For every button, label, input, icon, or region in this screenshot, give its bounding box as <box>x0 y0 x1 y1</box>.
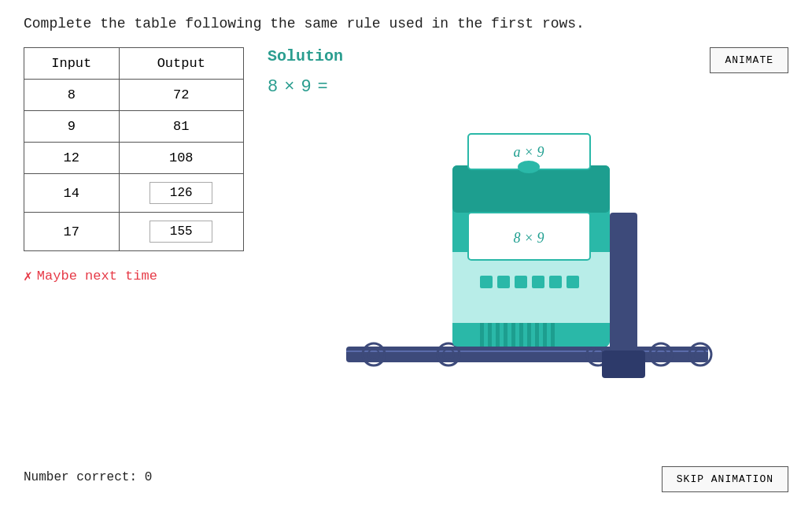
svg-rect-34 <box>543 323 547 347</box>
svg-rect-33 <box>535 323 539 347</box>
eq-equals: = <box>318 77 328 97</box>
svg-rect-38 <box>602 362 645 378</box>
feedback-message: ✗ Maybe next time <box>24 267 244 284</box>
svg-text:a × 9: a × 9 <box>513 144 544 160</box>
svg-text:8 × 9: 8 × 9 <box>513 230 544 246</box>
svg-rect-20 <box>480 276 493 288</box>
output-cell-editable <box>119 174 243 213</box>
feedback-text: Maybe next time <box>37 269 157 284</box>
svg-rect-31 <box>519 323 523 347</box>
svg-rect-26 <box>480 323 484 347</box>
instruction: Complete the table following the same ru… <box>24 16 788 32</box>
svg-rect-22 <box>515 276 527 288</box>
table-row: 17 <box>24 213 244 251</box>
output-input-row4[interactable] <box>149 182 212 204</box>
svg-rect-24 <box>549 276 562 288</box>
table-row: 12 108 <box>24 143 244 174</box>
animate-button[interactable]: ANIMATE <box>710 47 788 73</box>
skip-animation-button[interactable]: SKIP ANIMATION <box>662 466 788 492</box>
input-column-header: Input <box>24 48 120 80</box>
machine-illustration: a × 9 8 × 9 <box>330 55 724 417</box>
output-cell-editable <box>119 213 243 251</box>
svg-rect-23 <box>532 276 544 288</box>
number-correct-label: Number correct: <box>24 470 137 484</box>
output-value: 81 <box>119 111 243 143</box>
svg-rect-25 <box>567 276 579 288</box>
eq-a: 8 <box>268 77 278 97</box>
input-output-table: Input Output 8 72 9 81 12 108 <box>24 47 244 251</box>
input-value: 12 <box>24 143 120 174</box>
number-correct-value: 0 <box>145 470 153 484</box>
number-correct: Number correct: 0 <box>24 470 152 484</box>
svg-rect-0 <box>346 347 708 362</box>
output-value: 72 <box>119 80 243 111</box>
output-column-header: Output <box>119 48 243 80</box>
eq-times: × <box>284 77 294 97</box>
table-row: 9 81 <box>24 111 244 143</box>
svg-rect-14 <box>452 252 610 323</box>
svg-rect-1 <box>346 350 708 352</box>
svg-rect-30 <box>511 323 515 347</box>
eq-b: 9 <box>301 77 311 97</box>
svg-rect-29 <box>504 323 507 347</box>
table-row: 8 72 <box>24 80 244 111</box>
input-value: 14 <box>24 174 120 213</box>
svg-rect-35 <box>551 323 555 347</box>
svg-rect-21 <box>497 276 510 288</box>
input-value: 17 <box>24 213 120 251</box>
svg-rect-27 <box>488 323 492 347</box>
output-input-row5[interactable] <box>149 221 212 243</box>
table-row: 14 <box>24 174 244 213</box>
input-value: 8 <box>24 80 120 111</box>
svg-rect-36 <box>610 213 637 350</box>
svg-point-39 <box>518 161 540 173</box>
output-value: 108 <box>119 143 243 174</box>
svg-rect-28 <box>496 323 500 347</box>
svg-rect-32 <box>527 323 531 347</box>
x-icon: ✗ <box>24 267 32 284</box>
input-value: 9 <box>24 111 120 143</box>
